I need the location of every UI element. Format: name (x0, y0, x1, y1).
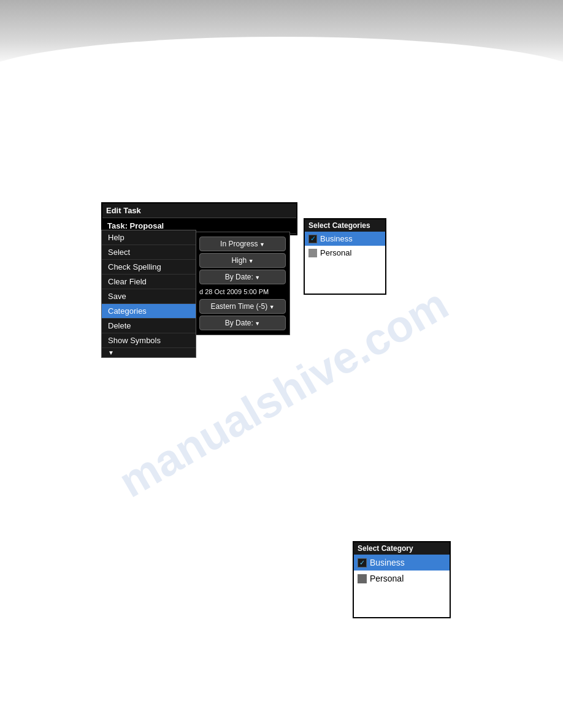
select-categories-panel: Select Categories ✓ Business Personal (304, 218, 386, 295)
category-business-label-top: Business (320, 234, 353, 243)
category-personal-bottom[interactable]: Personal (354, 571, 450, 586)
menu-item-categories[interactable]: Categories (102, 304, 196, 319)
category-personal-top[interactable]: Personal (305, 246, 385, 260)
priority-button[interactable]: High (199, 253, 286, 268)
category-personal-label-top: Personal (320, 248, 351, 257)
category-business-bottom[interactable]: ✓ Business (354, 555, 450, 571)
select-category-panel: Select Category ✓ Business Personal (353, 541, 451, 618)
select-categories-title: Select Categories (305, 219, 385, 232)
timezone-button[interactable]: Eastern Time (-5) (199, 299, 286, 314)
menu-item-delete[interactable]: Delete (102, 319, 196, 333)
menu-item-select[interactable]: Select (102, 245, 196, 260)
category-personal-label-bottom: Personal (370, 574, 404, 583)
sort1-button[interactable]: By Date: (199, 270, 286, 284)
main-content: Edit Task Task: Proposal Help Select Che… (0, 0, 563, 728)
category-business-top[interactable]: ✓ Business (305, 232, 385, 246)
task-form-panel: In Progress High By Date: d 28 Oct 2009 … (195, 232, 290, 335)
context-menu: Help Select Check Spelling Clear Field S… (101, 230, 196, 358)
menu-item-show-symbols[interactable]: Show Symbols (102, 333, 196, 348)
edit-task-title: Edit Task (102, 203, 296, 218)
status-button[interactable]: In Progress (199, 237, 286, 251)
checkbox-personal-bottom[interactable] (358, 574, 367, 583)
menu-item-more[interactable] (102, 348, 196, 357)
checkbox-business-top[interactable]: ✓ (308, 235, 317, 243)
menu-item-clear-field[interactable]: Clear Field (102, 275, 196, 289)
menu-item-help[interactable]: Help (102, 230, 196, 245)
menu-item-check-spelling[interactable]: Check Spelling (102, 260, 196, 275)
sort2-button[interactable]: By Date: (199, 316, 286, 330)
checkbox-business-bottom[interactable]: ✓ (358, 558, 367, 567)
menu-item-save[interactable]: Save (102, 289, 196, 304)
due-date-text: d 28 Oct 2009 5:00 PM (196, 286, 289, 297)
select-category-title: Select Category (354, 542, 450, 555)
category-business-label-bottom: Business (370, 558, 405, 567)
checkbox-personal-top[interactable] (308, 249, 317, 257)
